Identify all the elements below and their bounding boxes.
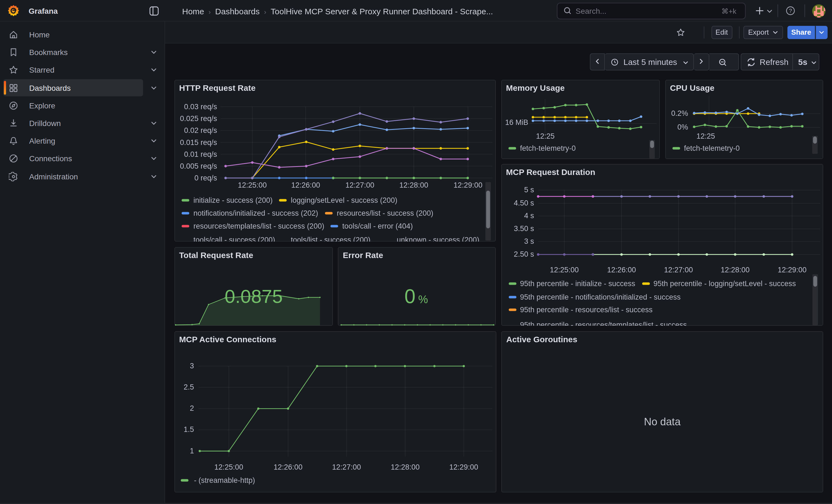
svg-text:tools/list - success (200): tools/list - success (200) — [290, 236, 370, 241]
svg-text:0.005 req/s: 0.005 req/s — [180, 162, 217, 170]
svg-text:3.50 s: 3.50 s — [513, 224, 534, 233]
svg-text:0%: 0% — [677, 123, 688, 131]
svg-text:12:26:00: 12:26:00 — [607, 265, 635, 274]
svg-text:- (streamable-http): - (streamable-http) — [194, 476, 255, 484]
svg-text:16 MiB: 16 MiB — [505, 118, 528, 126]
svg-text:12:25:00: 12:25:00 — [214, 463, 243, 471]
svg-text:2: 2 — [189, 404, 194, 412]
svg-text:12:25:00: 12:25:00 — [237, 181, 266, 189]
svg-text:0.2%: 0.2% — [671, 109, 688, 117]
svg-text:12:29:00: 12:29:00 — [449, 463, 478, 471]
svg-text:12:25: 12:25 — [536, 132, 554, 140]
svg-text:12:25:00: 12:25:00 — [549, 265, 578, 274]
svg-text:unknown - success (200): unknown - success (200) — [396, 236, 479, 241]
svg-text:0.02 req/s: 0.02 req/s — [184, 126, 217, 134]
svg-text:0.03 req/s: 0.03 req/s — [184, 102, 217, 111]
svg-text:1.5: 1.5 — [183, 425, 194, 433]
svg-text:95th percentile - initialize -: 95th percentile - initialize - success — [520, 279, 635, 288]
svg-text:?: ? — [789, 8, 792, 14]
svg-text:0 req/s: 0 req/s — [194, 174, 217, 182]
svg-text:12:29:00: 12:29:00 — [453, 181, 482, 189]
svg-text:3 s: 3 s — [524, 237, 534, 245]
svg-text:12:26:00: 12:26:00 — [273, 463, 302, 471]
svg-text:1: 1 — [189, 447, 194, 455]
svg-text:fetch-telemetry-0: fetch-telemetry-0 — [684, 144, 739, 152]
svg-text:2.50 s: 2.50 s — [513, 250, 534, 258]
svg-text:12:26:00: 12:26:00 — [291, 181, 320, 189]
svg-text:5 s: 5 s — [524, 185, 534, 194]
svg-text:12:27:00: 12:27:00 — [345, 181, 374, 189]
svg-text:resources/list - success (200): resources/list - success (200) — [337, 209, 433, 217]
svg-text:12:28:00: 12:28:00 — [720, 265, 749, 274]
svg-text:fetch-telemetry-0: fetch-telemetry-0 — [520, 144, 576, 152]
svg-text:0.025 req/s: 0.025 req/s — [180, 114, 217, 123]
svg-text:notifications/initialized - su: notifications/initialized - success (202… — [193, 209, 318, 217]
svg-text:12:25: 12:25 — [696, 132, 715, 140]
svg-text:12:27:00: 12:27:00 — [332, 463, 361, 471]
svg-text:4.50 s: 4.50 s — [513, 198, 534, 207]
svg-text:0.0875: 0.0875 — [224, 286, 282, 307]
svg-text:No data: No data — [644, 416, 681, 427]
svg-text:2.5: 2.5 — [183, 383, 194, 391]
svg-text:initialize - success (200): initialize - success (200) — [193, 196, 272, 204]
svg-text:0.015 req/s: 0.015 req/s — [180, 138, 217, 147]
svg-text:%: % — [418, 293, 428, 306]
svg-text:tools/call - success (200): tools/call - success (200) — [193, 236, 275, 241]
svg-text:resources/templates/list - suc: resources/templates/list - success (200) — [193, 222, 324, 230]
svg-text:95th percentile - logging/setL: 95th percentile - logging/setLevel - suc… — [653, 279, 796, 288]
svg-text:3: 3 — [189, 362, 194, 370]
svg-text:12:28:00: 12:28:00 — [390, 463, 419, 471]
svg-text:12:29:00: 12:29:00 — [777, 265, 806, 274]
svg-text:12:28:00: 12:28:00 — [399, 181, 428, 189]
svg-text:tools/call - error (404): tools/call - error (404) — [342, 222, 413, 230]
svg-text:12:27:00: 12:27:00 — [664, 265, 693, 274]
svg-text:95th percentile - resources/li: 95th percentile - resources/list - succe… — [520, 306, 652, 314]
svg-text:95th percentile - resources/te: 95th percentile - resources/templates/li… — [520, 320, 686, 326]
svg-text:0: 0 — [405, 285, 415, 307]
svg-text:95th percentile - notification: 95th percentile - notifications/initiali… — [520, 293, 680, 301]
svg-text:0.01 req/s: 0.01 req/s — [184, 150, 217, 158]
svg-text:4 s: 4 s — [524, 211, 534, 219]
svg-text:logging/setLevel - success (20: logging/setLevel - success (200) — [290, 196, 397, 204]
